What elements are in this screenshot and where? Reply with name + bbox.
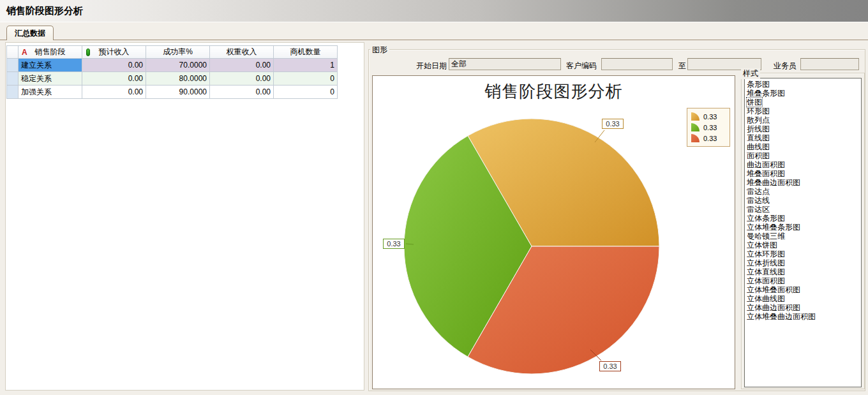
style-item-3d-stacked-bar[interactable]: 立体堆叠条形图 <box>745 223 861 232</box>
style-item-line[interactable]: 直线图 <box>745 133 861 142</box>
column-header-opportunity-count[interactable]: 商机数量 <box>274 46 338 59</box>
style-item-stacked-area[interactable]: 堆叠面积图 <box>745 169 861 178</box>
column-header-stage-label: 销售阶段 <box>35 47 66 56</box>
customer-code-label: 客户编码 <box>566 61 597 71</box>
slice-callout-2: 0.33 <box>599 361 621 371</box>
style-item-radar-line[interactable]: 雷达线 <box>745 196 861 205</box>
column-header-expected-income[interactable]: 预计收入 <box>82 46 146 59</box>
style-item-label: 雷达区 <box>747 205 770 214</box>
row-indicator[interactable] <box>7 59 19 72</box>
row-indicator[interactable] <box>7 86 19 99</box>
start-date-input[interactable] <box>449 58 561 70</box>
style-item-label: 雷达线 <box>747 196 770 205</box>
row-indicator[interactable] <box>7 72 19 86</box>
tab-strip-divider <box>0 40 868 40</box>
tab-summary-data-label: 汇总数据 <box>15 28 45 39</box>
style-item-donut[interactable]: 环形图 <box>745 107 861 116</box>
pie-chart <box>373 76 735 389</box>
tab-summary-data[interactable]: 汇总数据 <box>6 26 54 40</box>
style-item-stacked-curved-area[interactable]: 堆叠曲边面积图 <box>745 178 861 187</box>
style-item-curved-area[interactable]: 曲边面积图 <box>745 160 861 169</box>
style-item-label: 条形图 <box>747 80 770 89</box>
cell-opportunity-count[interactable]: 0 <box>274 72 338 86</box>
style-item-label: 环形图 <box>747 107 770 116</box>
cell-opportunity-count[interactable]: 1 <box>274 59 338 72</box>
app-window: 销售阶段图形分析 汇总数据 A 销售阶段 预计收入 成功率% <box>0 0 868 395</box>
cell-stage[interactable]: 建立关系 <box>19 59 82 72</box>
page-title: 销售阶段图形分析 <box>6 5 83 17</box>
style-item-3d-bar[interactable]: 立体条形图 <box>745 214 861 223</box>
style-item-label: 曲边面积图 <box>747 160 785 169</box>
style-item-polyline[interactable]: 折线图 <box>745 124 861 133</box>
column-header-success-rate-label: 成功率% <box>163 47 193 56</box>
style-item-radar-area[interactable]: 雷达区 <box>745 205 861 214</box>
style-item-3d-curved-area[interactable]: 立体曲边面积图 <box>745 303 861 312</box>
cell-opportunity-count[interactable]: 0 <box>274 86 338 99</box>
filter-pill-icon <box>86 48 90 56</box>
legend-label: 0.33 <box>703 135 717 142</box>
legend-entry: 0.33 <box>691 133 726 144</box>
cell-success-rate[interactable]: 90.0000 <box>146 86 210 99</box>
style-item-label: 立体曲边面积图 <box>747 303 800 312</box>
summary-panel: A 销售阶段 预计收入 成功率% 权重收入 商机数量 <box>5 42 364 391</box>
style-item-label: 散列点 <box>747 116 770 124</box>
chart-legend: 0.33 0.33 0.33 <box>687 108 730 147</box>
cell-expected-income[interactable]: 0.00 <box>82 59 146 72</box>
style-item-3d-stacked-curved-area[interactable]: 立体堆叠曲边面积图 <box>745 312 861 321</box>
column-header-weighted-income-label: 权重收入 <box>227 47 257 56</box>
style-item-3d-area[interactable]: 立体面积图 <box>745 276 861 285</box>
legend-entry: 0.33 <box>691 111 726 122</box>
style-item-scatter[interactable]: 散列点 <box>745 116 861 124</box>
cell-stage[interactable]: 加强关系 <box>19 86 82 99</box>
cell-success-rate[interactable]: 80.0000 <box>146 72 210 86</box>
style-item-3d-donut[interactable]: 立体环形图 <box>745 250 861 258</box>
style-item-manhattan-3d[interactable]: 曼哈顿三维 <box>745 232 861 241</box>
table-row[interactable]: 加强关系 0.00 90.0000 0.00 0 <box>7 86 338 99</box>
style-item-3d-curve[interactable]: 立体曲线图 <box>745 294 861 303</box>
customer-code-input[interactable] <box>601 58 673 70</box>
style-item-label: 立体堆叠曲边面积图 <box>747 312 816 321</box>
table-row-selected[interactable]: 建立关系 0.00 70.0000 0.00 1 <box>7 59 338 72</box>
table-header-row: A 销售阶段 预计收入 成功率% 权重收入 商机数量 <box>7 46 338 59</box>
cell-expected-income[interactable]: 0.00 <box>82 86 146 99</box>
style-item-label: 立体堆叠条形图 <box>747 223 800 232</box>
style-item-3d-pie[interactable]: 立体饼图 <box>745 241 861 250</box>
cell-weighted-income[interactable]: 0.00 <box>210 59 274 72</box>
graph-groupbox-label: 图形 <box>370 45 389 56</box>
style-item-label: 堆叠条形图 <box>747 89 785 98</box>
column-header-success-rate[interactable]: 成功率% <box>146 46 210 59</box>
style-item-label: 折线图 <box>747 124 770 133</box>
row-indicator-header <box>7 46 19 59</box>
style-item-label: 堆叠曲边面积图 <box>747 178 800 187</box>
style-item-bar[interactable]: 条形图 <box>745 80 861 89</box>
salesman-input[interactable] <box>800 58 859 70</box>
style-item-3d-line[interactable]: 立体直线图 <box>745 267 861 276</box>
cell-stage[interactable]: 稳定关系 <box>19 72 82 86</box>
style-item-area[interactable]: 面积图 <box>745 151 861 160</box>
style-item-pie-selected[interactable]: 饼图 <box>745 98 861 107</box>
legend-swatch-0 <box>691 112 700 121</box>
style-item-radar-point[interactable]: 雷达点 <box>745 187 861 196</box>
style-item-label: 立体直线图 <box>747 267 785 276</box>
style-item-label: 立体堆叠面积图 <box>747 285 800 294</box>
title-bar: 销售阶段图形分析 <box>0 0 868 22</box>
cell-weighted-income[interactable]: 0.00 <box>210 72 274 86</box>
style-item-label: 立体饼图 <box>747 241 777 250</box>
sales-stage-table: A 销售阶段 预计收入 成功率% 权重收入 商机数量 <box>6 45 338 99</box>
style-item-curve[interactable]: 曲线图 <box>745 142 861 151</box>
style-item-stacked-bar[interactable]: 堆叠条形图 <box>745 89 861 98</box>
legend-label: 0.33 <box>703 124 717 131</box>
column-header-opportunity-count-label: 商机数量 <box>290 47 321 56</box>
table-row[interactable]: 稳定关系 0.00 80.0000 0.00 0 <box>7 72 338 86</box>
style-item-3d-stacked-area[interactable]: 立体堆叠面积图 <box>745 285 861 294</box>
chart-panel: 销售阶段图形分析 0.33 0.33 0.33 <box>372 75 735 389</box>
cell-weighted-income[interactable]: 0.00 <box>210 86 274 99</box>
column-header-weighted-income[interactable]: 权重收入 <box>210 46 274 59</box>
column-header-expected-income-label: 预计收入 <box>99 47 130 56</box>
column-header-stage[interactable]: A 销售阶段 <box>19 46 82 59</box>
style-item-label: 曲线图 <box>747 142 770 151</box>
style-groupbox-label: 样式 <box>741 68 760 79</box>
style-item-3d-polyline[interactable]: 立体折线图 <box>745 258 861 267</box>
cell-expected-income[interactable]: 0.00 <box>82 72 146 86</box>
cell-success-rate[interactable]: 70.0000 <box>146 59 210 72</box>
